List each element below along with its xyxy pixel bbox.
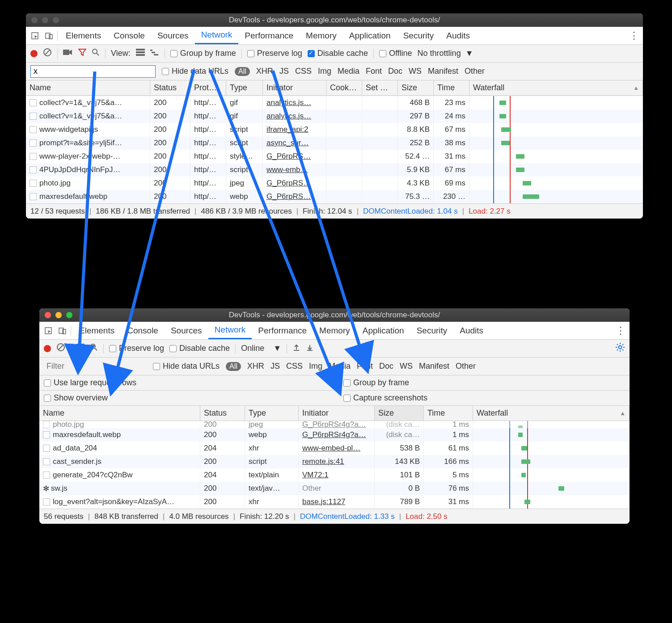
col-time[interactable]: Time: [434, 80, 469, 95]
filter-type-font[interactable]: Font: [357, 362, 373, 371]
table-row[interactable]: ✻sw.js200text/jav…Other0 B76 ms: [39, 482, 630, 495]
close-dot[interactable]: [45, 312, 51, 318]
col-waterfall[interactable]: Waterfall▲: [473, 406, 630, 421]
kebab-icon[interactable]: ⋮: [628, 29, 640, 42]
table-row[interactable]: photo.jpg200http/…jpegG_P6rpRS…4.3 KB69 …: [26, 177, 643, 190]
filter-type-all[interactable]: All: [226, 362, 241, 371]
tab-network[interactable]: Network: [195, 27, 239, 44]
device-icon[interactable]: [43, 29, 55, 42]
filter-type-media[interactable]: Media: [329, 362, 351, 371]
group-by-frame-checkbox[interactable]: Group by frame: [343, 378, 409, 387]
table-row[interactable]: 4PUpJpDdHqrNInFpJ…200http/…scriptwww-emb…: [26, 163, 643, 177]
record-button[interactable]: [30, 50, 38, 57]
col-time[interactable]: Time: [424, 406, 473, 421]
table-row[interactable]: collect?v=1&_v=j75&a…200http/…gifanalyti…: [26, 109, 643, 123]
table-row[interactable]: prompt?t=a&site=ylj5if…200http/…scriptas…: [26, 136, 643, 150]
filter-icon[interactable]: [78, 48, 86, 59]
tab-security[interactable]: Security: [410, 322, 454, 339]
col-type[interactable]: Type: [245, 406, 299, 421]
search-icon[interactable]: [92, 48, 100, 59]
col-set[interactable]: Set …: [362, 80, 398, 95]
filter-type-xhr[interactable]: XHR: [256, 67, 273, 76]
clear-icon[interactable]: [43, 48, 52, 59]
tab-network[interactable]: Network: [208, 322, 252, 339]
device-icon[interactable]: [56, 324, 69, 337]
clear-icon[interactable]: [56, 343, 65, 354]
filter-type-media[interactable]: Media: [338, 67, 359, 76]
filter-input[interactable]: [30, 65, 156, 78]
col-cook[interactable]: Cook…: [326, 80, 362, 95]
table-row[interactable]: cast_sender.js200scriptremote.js:41143 K…: [39, 455, 630, 468]
col-name[interactable]: Name: [39, 406, 200, 421]
max-dot[interactable]: [66, 312, 72, 318]
filter-type-other[interactable]: Other: [465, 67, 485, 76]
col-waterfall[interactable]: Waterfall▲: [469, 80, 643, 95]
col-size[interactable]: Size: [398, 80, 434, 95]
settings-gear-icon[interactable]: [615, 342, 625, 354]
close-dot[interactable]: [31, 17, 38, 23]
col-prot[interactable]: Prot…: [190, 80, 226, 95]
filter-type-img[interactable]: Img: [318, 67, 331, 76]
disable-cache-checkbox[interactable]: Disable cache: [308, 49, 368, 58]
tab-audits[interactable]: Audits: [440, 27, 476, 44]
filter-type-manifest[interactable]: Manifest: [419, 362, 449, 371]
tab-memory[interactable]: Memory: [300, 27, 343, 44]
group-by-frame-checkbox[interactable]: Group by frame: [170, 49, 236, 58]
preserve-log-checkbox[interactable]: Preserve log: [109, 344, 164, 353]
throttling-select[interactable]: Online ▼: [241, 344, 281, 353]
table-row[interactable]: maxresdefault.webp200webpG_P6rpRSr4g?a…(…: [39, 428, 630, 442]
filter-type-ws[interactable]: WS: [400, 362, 413, 371]
filter-type-css[interactable]: CSS: [286, 362, 303, 371]
tab-elements[interactable]: Elements: [59, 27, 107, 44]
filter-type-xhr[interactable]: XHR: [247, 362, 264, 371]
col-status[interactable]: Status: [200, 406, 245, 421]
tab-performance[interactable]: Performance: [238, 27, 300, 44]
filter-type-all[interactable]: All: [235, 67, 250, 76]
col-size[interactable]: Size: [375, 406, 424, 421]
table-row[interactable]: log_event?alt=json&key=AIzaSyA…200xhrbas…: [39, 495, 630, 509]
camera-icon[interactable]: [63, 49, 73, 58]
tab-console[interactable]: Console: [121, 322, 165, 339]
col-initiator[interactable]: Initiator: [263, 80, 326, 95]
col-initiator[interactable]: Initiator: [299, 406, 375, 421]
search-icon[interactable]: [90, 343, 98, 354]
overview-icon[interactable]: [150, 49, 159, 58]
filter-type-manifest[interactable]: Manifest: [428, 67, 458, 76]
table-row[interactable]: www-widgetapi.js200http/…scriptiframe_ap…: [26, 123, 643, 136]
tab-sources[interactable]: Sources: [151, 27, 195, 44]
tab-console[interactable]: Console: [107, 27, 151, 44]
max-dot[interactable]: [53, 17, 59, 23]
disable-cache-checkbox[interactable]: Disable cache: [169, 344, 230, 353]
tab-security[interactable]: Security: [397, 27, 440, 44]
filter-input[interactable]: [44, 360, 147, 373]
tab-sources[interactable]: Sources: [165, 322, 208, 339]
col-type[interactable]: Type: [226, 80, 263, 95]
large-rows-checkbox[interactable]: Use large request rows: [44, 378, 136, 387]
table-row[interactable]: photo.jpg200jpegG_P6rpRSr4g?a…(disk ca…1…: [39, 421, 630, 428]
filter-type-js[interactable]: JS: [279, 67, 289, 76]
capture-screenshots-checkbox[interactable]: Capture screenshots: [343, 393, 427, 403]
col-status[interactable]: Status: [150, 80, 190, 95]
filter-type-ws[interactable]: WS: [409, 67, 422, 76]
kebab-icon[interactable]: ⋮: [614, 324, 627, 337]
inspect-icon[interactable]: [29, 29, 41, 42]
hide-data-urls-checkbox[interactable]: Hide data URLs: [153, 362, 220, 371]
record-button[interactable]: [44, 345, 51, 352]
table-row[interactable]: generate_204?cQ2nBw204text/plainVM72:110…: [39, 468, 630, 482]
throttling-select[interactable]: No throttling ▼: [418, 49, 473, 58]
filter-type-font[interactable]: Font: [366, 67, 382, 76]
tab-performance[interactable]: Performance: [252, 322, 313, 339]
inspect-icon[interactable]: [42, 324, 55, 337]
offline-checkbox[interactable]: Offline: [379, 49, 412, 58]
tab-elements[interactable]: Elements: [73, 322, 121, 339]
upload-icon[interactable]: [292, 343, 300, 354]
tab-application[interactable]: Application: [356, 322, 410, 339]
tab-audits[interactable]: Audits: [453, 322, 490, 339]
tab-application[interactable]: Application: [343, 27, 397, 44]
filter-type-css[interactable]: CSS: [295, 67, 312, 76]
table-row[interactable]: ad_data_204204xhrwww-embed-pl…538 B61 ms: [39, 442, 630, 455]
min-dot[interactable]: [55, 312, 62, 318]
filter-type-js[interactable]: JS: [270, 362, 280, 371]
filter-type-img[interactable]: Img: [309, 362, 322, 371]
tab-memory[interactable]: Memory: [313, 322, 356, 339]
